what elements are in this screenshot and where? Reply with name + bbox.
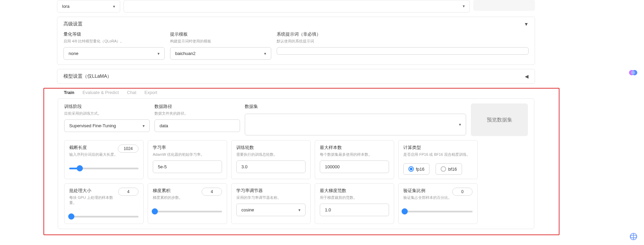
grad-accum-value-box[interactable]: 4 (202, 188, 222, 196)
grad-accum-desc: 梯度累积的步数。 (153, 195, 183, 200)
assistant-globe-icon[interactable] (629, 232, 638, 241)
cutoff-field: 截断长度 输入序列分词后的最大长度。 1024 (64, 140, 144, 179)
grad-accum-field: 梯度累积 梯度累积的步数。 4 (148, 183, 227, 224)
grad-accum-label: 梯度累积 (153, 188, 183, 194)
quantization-value: none (69, 51, 78, 56)
system-prompt-label: 系统提示词（非必填） (277, 31, 529, 37)
chevron-down-icon: ▾ (113, 4, 115, 9)
lr-scheduler-value: cosine (241, 207, 254, 212)
system-prompt-field: 系统提示词（非必填） 默认使用的系统提示词 (277, 31, 529, 60)
training-stage-label: 训练阶段 (64, 103, 150, 110)
svg-point-2 (631, 71, 635, 75)
preview-dataset-label: 预览数据集 (487, 117, 512, 123)
train-section-highlight: Train Evaluate & Predict Chat Export 训练阶… (43, 88, 559, 235)
data-path-label: 数据路径 (154, 103, 240, 110)
training-stage-value: Supervised Fine-Tuning (69, 123, 116, 128)
quantization-field: 量化等级 启用 4/8 比特模型量化（QLoRA）。 none ▾ (63, 31, 165, 60)
chevron-down-icon: ▾ (264, 51, 266, 56)
learning-rate-field: 学习率 AdamW 优化器的初始学习率。 5e-5 (148, 140, 227, 179)
advanced-settings-title: 高级设置 (63, 21, 82, 27)
quantization-label: 量化等级 (63, 31, 165, 37)
grad-norm-label: 最大梯度范数 (320, 188, 389, 194)
radio-icon (441, 166, 446, 172)
quantization-desc: 启用 4/8 比特模型量化（QLoRA）。 (63, 39, 165, 44)
max-samples-label: 最大样本数 (320, 145, 389, 151)
grad-norm-field: 最大梯度范数 用于梯度裁剪的范数。 1.0 (315, 183, 394, 224)
lr-scheduler-desc: 采用的学习率调节器名称。 (236, 195, 306, 200)
batch-size-value-box[interactable]: 4 (118, 188, 139, 196)
compute-type-field: 计算类型 是否启用 FP16 或 BF16 混合精度训练。 fp16 bf16 (398, 140, 478, 179)
model-settings-header[interactable]: 模型设置（仅LLaMA） ◀ (57, 69, 535, 83)
template-desc: 构建提示词时使用的模板 (170, 39, 271, 44)
compute-type-label: 计算类型 (403, 145, 473, 151)
cutoff-label: 截断长度 (69, 145, 118, 151)
batch-size-field: 批处理大小 每块 GPU 上处理的样本数量。 4 (64, 183, 144, 224)
model-settings-title: 模型设置（仅LLaMA） (63, 73, 112, 79)
learning-rate-desc: AdamW 优化器的初始学习率。 (153, 152, 222, 157)
chevron-down-icon: ▾ (459, 122, 461, 127)
grad-accum-slider[interactable] (153, 208, 222, 214)
dataset-field: 数据集 ▾ (245, 103, 466, 136)
epochs-value: 3.0 (241, 164, 247, 169)
grad-norm-input[interactable]: 1.0 (320, 204, 389, 216)
val-split-slider[interactable] (403, 208, 473, 214)
max-samples-desc: 每个数据集最多使用的样本数。 (320, 152, 389, 157)
val-split-value-box[interactable]: 0 (452, 188, 473, 196)
preview-dataset-button[interactable]: 预览数据集 (471, 103, 528, 136)
dataset-select[interactable]: ▾ (245, 114, 466, 135)
training-stage-select[interactable]: Supervised Fine-Tuning ▾ (64, 119, 150, 132)
assistant-brain-icon[interactable] (628, 68, 638, 77)
val-split-field: 验证集比例 验证集占全部样本的百分比。 0 (398, 183, 478, 224)
grad-norm-desc: 用于梯度裁剪的范数。 (320, 195, 389, 200)
compute-fp16-radio[interactable]: fp16 (403, 163, 429, 175)
method-select[interactable]: lora ▾ (61, 2, 116, 10)
tab-train[interactable]: Train (63, 89, 75, 96)
val-split-desc: 验证集占全部样本的百分比。 (403, 195, 452, 200)
system-prompt-input[interactable] (277, 47, 529, 55)
max-samples-input[interactable]: 100000 (320, 161, 389, 173)
mode-tabs: Train Evaluate & Predict Chat Export (58, 89, 534, 98)
system-prompt-desc: 默认使用的系统提示词 (277, 39, 529, 44)
method-select-value: lora (62, 4, 70, 9)
advanced-settings-header[interactable]: 高级设置 ▼ (57, 17, 535, 31)
training-stage-field: 训练阶段 目前采用的训练方式。 Supervised Fine-Tuning ▾ (64, 103, 150, 136)
cutoff-slider[interactable] (69, 165, 139, 171)
learning-rate-input[interactable]: 5e-5 (153, 161, 222, 173)
template-field: 提示模板 构建提示词时使用的模板 baichuan2 ▾ (170, 31, 271, 60)
cutoff-desc: 输入序列分词后的最大长度。 (69, 152, 118, 157)
lr-scheduler-field: 学习率调节器 采用的学习率调节器名称。 cosine ▾ (231, 183, 311, 224)
epochs-label: 训练轮数 (236, 145, 306, 151)
top-action-button[interactable] (473, 0, 535, 11)
grad-norm-value: 1.0 (325, 207, 331, 212)
caret-down-icon: ▼ (524, 21, 529, 27)
training-stage-desc: 目前采用的训练方式。 (64, 111, 150, 116)
data-path-field: 数据路径 数据文件夹的路径。 data (154, 103, 240, 136)
tab-evaluate[interactable]: Evaluate & Predict (82, 89, 119, 96)
cutoff-value-box[interactable]: 1024 (118, 145, 139, 153)
template-select[interactable]: baichuan2 ▾ (170, 47, 271, 60)
dataset-label: 数据集 (245, 103, 466, 110)
learning-rate-value: 5e-5 (158, 164, 167, 169)
val-split-label: 验证集比例 (403, 188, 452, 194)
data-path-desc: 数据文件夹的路径。 (154, 111, 240, 116)
compute-fp16-label: fp16 (416, 167, 424, 172)
template-label: 提示模板 (170, 31, 271, 37)
compute-bf16-radio[interactable]: bf16 (436, 163, 462, 175)
caret-left-icon: ◀ (525, 74, 529, 79)
data-path-value: data (160, 123, 168, 128)
compute-bf16-label: bf16 (448, 167, 457, 172)
lr-scheduler-select[interactable]: cosine ▾ (236, 204, 306, 216)
tab-chat[interactable]: Chat (126, 89, 137, 96)
tab-export[interactable]: Export (144, 89, 158, 96)
epochs-input[interactable]: 3.0 (236, 161, 306, 173)
secondary-select[interactable]: ▾ (128, 2, 465, 10)
quantization-select[interactable]: none ▾ (63, 47, 165, 60)
learning-rate-label: 学习率 (153, 145, 222, 151)
chevron-down-icon: ▾ (463, 4, 465, 8)
batch-size-slider[interactable] (69, 213, 139, 220)
data-path-input[interactable]: data (154, 119, 240, 132)
batch-size-desc: 每块 GPU 上处理的样本数量。 (69, 195, 118, 205)
chevron-down-icon: ▾ (158, 51, 160, 56)
compute-type-desc: 是否启用 FP16 或 BF16 混合精度训练。 (403, 152, 473, 157)
max-samples-field: 最大样本数 每个数据集最多使用的样本数。 100000 (315, 140, 394, 179)
